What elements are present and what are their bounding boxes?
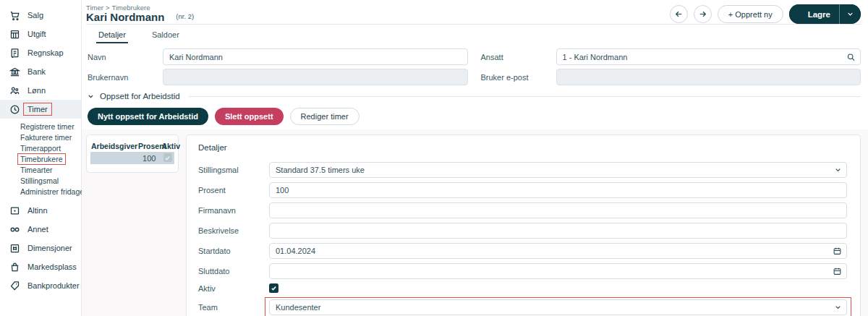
column-header-aktiv: Aktiv xyxy=(161,142,174,152)
beskrivelse-label: Beskrivelse xyxy=(198,226,269,235)
timer-submenu: Registrere timer Fakturere timer Timerap… xyxy=(0,119,81,201)
chevron-down-icon xyxy=(834,166,842,174)
worktime-setup-table-card: Arbeidsgiver Prosent Aktiv 100 xyxy=(86,134,179,173)
ledger-icon xyxy=(9,48,20,59)
record-number: (nr. 2) xyxy=(176,12,194,20)
aktiv-checkbox[interactable] xyxy=(269,283,278,293)
aktiv-label: Aktiv xyxy=(198,284,269,293)
cell-arbeidsgiver xyxy=(90,152,137,164)
prosent-input[interactable] xyxy=(269,182,847,198)
sidebar-item-label: Lønn xyxy=(27,86,46,95)
sidebar-item-dimensjoner[interactable]: Dimensjoner xyxy=(0,239,81,257)
sidebar-item-label: Annet xyxy=(27,225,48,234)
team-select[interactable]: Kundesenter xyxy=(269,299,847,315)
save-dropdown-button[interactable] xyxy=(839,4,861,24)
brukernavn-label: Brukernavn xyxy=(88,73,163,82)
firmanavn-input[interactable] xyxy=(269,202,847,218)
sidebar-item-label: Bank xyxy=(27,67,46,76)
sidebar: Salg Utgift Regnskap Bank Lønn Timer Reg… xyxy=(0,0,82,316)
sidebar-item-lonn[interactable]: Lønn xyxy=(0,81,81,100)
previous-record-button[interactable] xyxy=(670,5,688,23)
sidebar-subitem-timerapport[interactable]: Timerapport xyxy=(0,143,81,153)
worktime-setup-table: Arbeidsgiver Prosent Aktiv 100 xyxy=(90,142,174,164)
cart-icon xyxy=(9,10,20,21)
save-button[interactable]: Lagre xyxy=(789,4,839,24)
stillingsmal-label: Stillingsmal xyxy=(198,166,269,174)
user-form: Navn Ansatt Brukernavn Bruker e-post xyxy=(86,48,861,85)
next-record-button[interactable] xyxy=(694,5,712,23)
sidebar-item-markedsplass[interactable]: Markedsplass xyxy=(0,257,81,276)
stillingsmal-select[interactable]: Standard 37.5 timers uke xyxy=(269,162,847,178)
tab-detaljer[interactable]: Detaljer xyxy=(96,30,128,43)
sidebar-item-timer[interactable]: Timer xyxy=(0,100,81,119)
tag-icon xyxy=(9,281,20,291)
sidebar-item-label: Altinn xyxy=(27,206,48,215)
sluttdato-label: Sluttdato xyxy=(198,267,269,276)
sidebar-item-label: Dimensjoner xyxy=(27,244,72,252)
slett-oppsett-button[interactable]: Slett oppsett xyxy=(215,108,284,125)
arrow-left-icon xyxy=(674,9,684,19)
prosent-label: Prosent xyxy=(198,186,269,195)
ansatt-label: Ansatt xyxy=(481,53,556,61)
navn-input[interactable] xyxy=(163,48,468,65)
startdato-label: Startdato xyxy=(198,247,269,255)
team-annotation-box: Kundesenter xyxy=(269,299,847,315)
sidebar-subitem-registrere-timer[interactable]: Registrere timer xyxy=(0,121,81,132)
sidebar-subitem-fakturere-timer[interactable]: Fakturere timer xyxy=(0,132,81,142)
details-panel-title: Detaljer xyxy=(198,143,847,152)
beskrivelse-input[interactable] xyxy=(269,223,847,239)
sidebar-item-label: Salg xyxy=(27,11,43,20)
column-header-arbeidsgiver: Arbeidsgiver xyxy=(90,142,137,152)
sidebar-item-utgift[interactable]: Utgift xyxy=(0,25,81,43)
sidebar-item-label: Utgift xyxy=(27,30,46,38)
cell-prosent: 100 xyxy=(137,152,161,164)
checkbox-checked-disabled xyxy=(163,153,172,162)
firmanavn-label: Firmanavn xyxy=(198,206,269,215)
navn-label: Navn xyxy=(88,53,163,61)
receipt-icon xyxy=(9,29,20,40)
sidebar-item-bankprodukter[interactable]: Bankprodukter xyxy=(0,276,81,295)
ansatt-input[interactable] xyxy=(556,48,861,65)
column-header-prosent: Prosent xyxy=(137,142,161,152)
sidebar-item-label: Markedsplass xyxy=(27,262,77,271)
people-icon xyxy=(9,85,20,96)
sidebar-subitem-stillingsmal[interactable]: Stillingsmal xyxy=(0,176,81,186)
startdato-input[interactable] xyxy=(269,243,847,259)
table-row[interactable]: 100 xyxy=(90,152,174,164)
sidebar-item-altinn[interactable]: Altinn xyxy=(0,201,81,220)
brukernavn-input xyxy=(163,69,468,85)
sidebar-item-label: Timer xyxy=(27,105,48,114)
details-panel: Detaljer Stillingsmal Standard 37.5 time… xyxy=(186,134,861,316)
bruker-epost-label: Bruker e-post xyxy=(481,73,556,82)
dimensions-icon xyxy=(9,243,20,254)
stillingsmal-value: Standard 37.5 timers uke xyxy=(276,166,365,174)
section-title: Oppsett for Arbeidstid xyxy=(100,92,180,101)
team-value: Kundesenter xyxy=(276,303,320,312)
chevron-down-icon xyxy=(88,93,94,100)
tab-bar: Detaljer Saldoer xyxy=(86,25,861,43)
sidebar-item-label: Regnskap xyxy=(27,48,64,57)
section-divider xyxy=(189,96,861,97)
clock-icon xyxy=(9,104,20,115)
rediger-timer-button[interactable]: Rediger timer xyxy=(290,108,359,125)
nytt-oppsett-button[interactable]: Nytt oppsett for Arbeidstid xyxy=(88,108,208,125)
bruker-epost-input xyxy=(556,69,861,85)
sidebar-subitem-administrer-fridager[interactable]: Administrer fridager xyxy=(0,187,81,197)
sidebar-item-regnskap[interactable]: Regnskap xyxy=(0,43,81,62)
sidebar-item-label: Bankprodukter xyxy=(27,281,80,290)
cell-aktiv xyxy=(161,152,174,164)
tab-saldoer[interactable]: Saldoer xyxy=(150,30,182,43)
sidebar-item-annet[interactable]: Annet xyxy=(0,220,81,239)
sidebar-subitem-timearter[interactable]: Timearter xyxy=(0,165,81,175)
oppsett-content: Arbeidsgiver Prosent Aktiv 100 xyxy=(86,134,861,316)
chevron-down-icon xyxy=(846,10,854,18)
sidebar-item-bank[interactable]: Bank xyxy=(0,62,81,81)
sidebar-item-salg[interactable]: Salg xyxy=(0,6,81,25)
sidebar-subitem-timebrukere[interactable]: Timebrukere xyxy=(0,154,81,164)
bank-icon xyxy=(9,67,20,77)
sluttdato-input[interactable] xyxy=(269,263,847,279)
page-header: Timer>Timebrukere Kari Nordmann (nr. 2) … xyxy=(86,0,861,25)
section-oppsett-for-arbeidstid[interactable]: Oppsett for Arbeidstid xyxy=(86,92,861,101)
create-new-button[interactable]: + Opprett ny xyxy=(718,5,783,23)
arrow-right-icon xyxy=(698,9,707,19)
